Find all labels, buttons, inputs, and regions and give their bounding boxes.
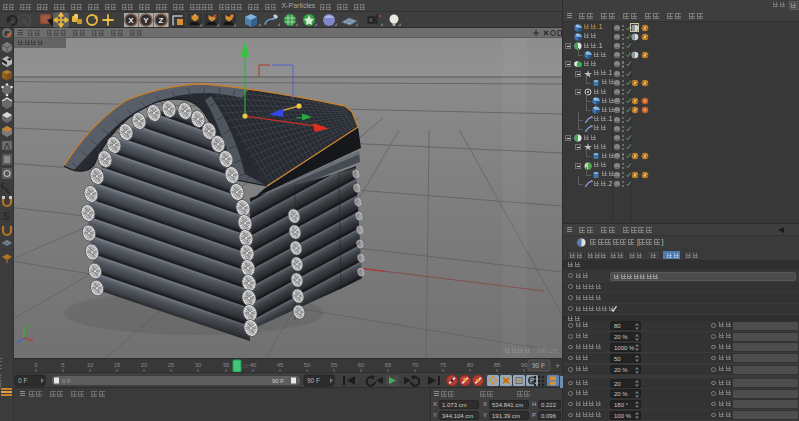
svg-text:40: 40 xyxy=(250,362,257,368)
svg-text:80: 80 xyxy=(467,362,474,368)
svg-text:35: 35 xyxy=(223,362,230,368)
svg-text:20: 20 xyxy=(141,362,148,368)
svg-text:15: 15 xyxy=(114,362,121,368)
svg-text:90 F: 90 F xyxy=(532,362,545,369)
svg-text:Y: Y xyxy=(143,16,149,25)
svg-text:90 F: 90 F xyxy=(272,378,284,384)
svg-text:70: 70 xyxy=(412,362,419,368)
svg-text:60: 60 xyxy=(358,362,365,368)
svg-text:38: 38 xyxy=(242,363,249,369)
svg-text:85: 85 xyxy=(494,362,501,368)
svg-text:0 F: 0 F xyxy=(18,377,27,384)
svg-text:P: P xyxy=(530,377,534,384)
svg-text:0: 0 xyxy=(34,362,38,368)
svg-text:Z: Z xyxy=(159,16,164,25)
svg-text:55: 55 xyxy=(331,362,338,368)
svg-text:+: + xyxy=(555,361,560,371)
svg-text:45: 45 xyxy=(277,362,284,368)
svg-text:90: 90 xyxy=(521,362,528,368)
svg-text:X: X xyxy=(128,16,134,25)
svg-text:Y: Y xyxy=(27,324,31,330)
svg-text:75: 75 xyxy=(440,362,447,368)
svg-text:10: 10 xyxy=(87,362,94,368)
svg-text:50: 50 xyxy=(304,362,311,368)
svg-text:90 F: 90 F xyxy=(307,377,320,384)
svg-text:65: 65 xyxy=(385,362,392,368)
svg-text:S: S xyxy=(3,211,10,222)
svg-text:25: 25 xyxy=(168,362,175,368)
svg-text:30: 30 xyxy=(195,362,202,368)
svg-text:5: 5 xyxy=(61,362,65,368)
svg-text:0 F: 0 F xyxy=(62,378,71,384)
